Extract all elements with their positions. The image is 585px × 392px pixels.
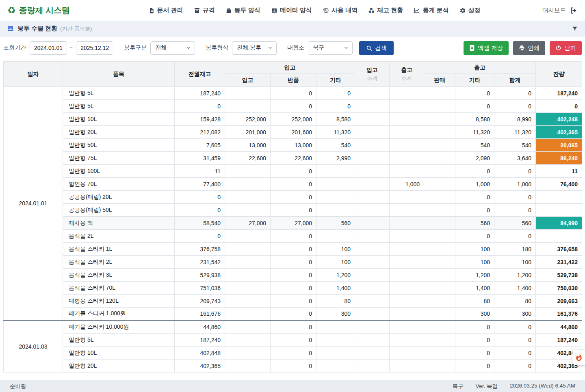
table-row[interactable]: 재사용 백58,54027,00027,00056056056084,990 (4, 217, 582, 230)
out-etc-cell: 0 (455, 230, 494, 243)
prev-stock-cell: 376,758 (175, 243, 225, 256)
out-total-cell: 540 (494, 139, 536, 152)
prev-stock-cell: 209,743 (175, 295, 225, 308)
in-etc-cell (316, 165, 355, 178)
ledger-table: 일자 품목 전월재고 입고 입고 소계 출고 소계 출고 잔량 (3, 61, 582, 373)
out-subtotal-cell (390, 230, 424, 243)
nav-item[interactable]: 규격 (194, 6, 215, 14)
in-subtotal-cell (355, 113, 390, 126)
sale-cell (424, 178, 455, 191)
table-row[interactable]: 공공용(매립) 50L0000 (4, 204, 582, 217)
table-row[interactable]: 음식물 2L0000 (4, 230, 582, 243)
out-total-cell: 0 (494, 165, 536, 178)
table-row[interactable]: 일반형 20L212,082201,000201,60011,32011,320… (4, 126, 582, 139)
out-etc-cell: 540 (455, 139, 494, 152)
table-row[interactable]: 일반형 50L7,60513,00013,00054054054020,065 (4, 139, 582, 152)
table-row[interactable]: 공공용(매립) 20L0000 (4, 191, 582, 204)
nav-item[interactable]: 데이터 양식 (271, 6, 312, 14)
out-etc-cell: 560 (455, 217, 494, 230)
balance-cell: 20,065 (536, 139, 582, 152)
agency-select[interactable]: 북구 (308, 41, 353, 55)
in-etc-cell: 300 (316, 308, 355, 321)
table-row[interactable]: 일반형 20L402,365000402,365 (4, 360, 582, 373)
table-row[interactable]: 음식물 스티커 2L231,5420100100100231,422 (4, 256, 582, 269)
out-total-cell: 0 (494, 204, 536, 217)
table-row[interactable]: 일반형 5L000000 (4, 100, 582, 113)
out-total-cell: 300 (494, 308, 536, 321)
print-button[interactable]: 인쇄 (513, 41, 545, 55)
page-header: 봉투 수불 현황 (기간·품목별) (0, 21, 585, 37)
balance-cell: 86,240 (536, 152, 582, 165)
table-row[interactable]: 대형용 스티커 120L209,7430808080209,663 (4, 295, 582, 308)
out-total-cell: 1,200 (494, 269, 536, 282)
nav-item[interactable]: 설정 (459, 6, 481, 14)
printer-icon (519, 45, 525, 51)
col-header-in: 입고 (225, 74, 271, 87)
out-total-cell: 0 (494, 100, 536, 113)
table-row[interactable]: 일반형 10L402,848000402,848 (4, 347, 582, 360)
nav-item[interactable]: 문서 관리 (148, 6, 183, 14)
col-header-in-etc: 기타 (316, 74, 355, 87)
excel-save-button[interactable]: 엑셀 저장 (464, 41, 509, 55)
nav-item[interactable]: 봉투 양식 (225, 6, 260, 14)
in-subtotal-cell (355, 269, 390, 282)
in-subtotal-cell (355, 139, 390, 152)
filter-funnel-icon[interactable] (572, 26, 578, 32)
tilde-separator: ~ (70, 45, 73, 51)
col-header-prev-stock: 전월재고 (175, 62, 225, 87)
out-etc-cell: 100 (455, 256, 494, 269)
table-row[interactable]: 일반형 100L1100011 (4, 165, 582, 178)
col-header-item: 품목 (63, 62, 175, 87)
out-etc-cell: 80 (455, 295, 494, 308)
chevron-down-icon (344, 45, 349, 50)
out-subtotal-cell (390, 139, 424, 152)
table-row[interactable]: 일반형 10L159,428252,000252,0008,5808,5808,… (4, 113, 582, 126)
table-row[interactable]: 일반형 75L31,45922,60022,6002,9902,0903,640… (4, 152, 582, 165)
date-from-input[interactable] (30, 41, 67, 55)
in-cell (225, 100, 271, 113)
table-row[interactable]: 음식물 스티커 3L529,93801,2001,2001,200529,738 (4, 269, 582, 282)
table-row[interactable]: 폐기물 스티커 1,000원161,6760300300300161,376 (4, 308, 582, 321)
dashboard-link[interactable]: 대시보드 (542, 6, 578, 15)
sale-cell (424, 256, 455, 269)
balance-cell: 231,422 (536, 256, 582, 269)
table-row[interactable]: 2024.01.01일반형 5L187,2400000187,240 (4, 87, 582, 100)
close-label: 닫기 (564, 44, 576, 52)
close-button[interactable]: 닫기 (550, 41, 582, 55)
out-subtotal-cell (390, 321, 424, 334)
search-button[interactable]: 검색 (359, 41, 394, 55)
sale-cell (424, 126, 455, 139)
in-cell (225, 347, 271, 360)
balance-cell: 750,030 (536, 282, 582, 295)
bag-type-select[interactable]: 전체 (150, 41, 195, 55)
bag-format-select[interactable]: 전체 봉투 (232, 41, 277, 55)
debug-toolbar-button[interactable] (572, 350, 585, 365)
col-header-balance: 잔량 (536, 62, 582, 87)
balance-cell: 11 (536, 165, 582, 178)
nav-item[interactable]: 통계 분석 (414, 6, 448, 14)
return-cell: 0 (271, 308, 316, 321)
page-subtitle: (기간·품목별) (60, 25, 92, 32)
return-cell: 201,600 (271, 126, 316, 139)
sale-cell (424, 152, 455, 165)
table-row[interactable]: 할인용 70L77,40001,0001,0001,00076,400 (4, 178, 582, 191)
gear-icon (459, 7, 466, 14)
balance-cell: 402,248 (536, 113, 582, 126)
nav-item[interactable]: 재고 현황 (368, 6, 403, 14)
in-cell (225, 282, 271, 295)
date-to-input[interactable] (76, 41, 113, 55)
table-row[interactable]: 2024.01.03폐기물 스티커 10,000원44,86000044,860 (4, 321, 582, 334)
out-etc-cell: 1,200 (455, 269, 494, 282)
brand-logo[interactable]: ♻ 종량제 시스템 (7, 5, 70, 16)
in-subtotal-cell (355, 295, 390, 308)
item-cell: 일반형 50L (63, 139, 175, 152)
in-subtotal-cell (355, 100, 390, 113)
prev-stock-cell: 161,676 (175, 308, 225, 321)
col-header-return: 반품 (271, 74, 316, 87)
item-cell: 음식물 스티커 70L (63, 282, 175, 295)
table-row[interactable]: 음식물 스티커 70L751,03601,4001,4001,400750,03… (4, 282, 582, 295)
table-row[interactable]: 음식물 스티커 1L376,7580100100180376,658 (4, 243, 582, 256)
table-row[interactable]: 일반형 5L187,240000187,240 (4, 334, 582, 347)
nav-item[interactable]: 사용 내역 (323, 6, 358, 14)
footer-version: Ver. 목업 (476, 383, 498, 390)
